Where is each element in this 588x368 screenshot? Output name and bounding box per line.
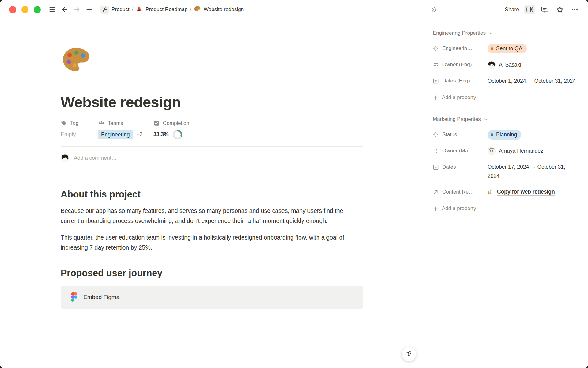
hook-emoji-icon [488,189,494,195]
people-icon [433,62,439,68]
close-window-button[interactable] [9,6,16,13]
relation-link[interactable]: Copy for web redesign [488,189,555,196]
completion-property-value[interactable]: 33.3% [153,130,363,140]
zoom-window-button[interactable] [34,6,41,13]
property-key[interactable]: Owner (Ma… [433,146,488,156]
collapse-sidebar-icon[interactable] [429,5,439,14]
page-icon-palette[interactable] [61,44,91,75]
property-key[interactable]: Owner (Eng) [433,60,488,70]
property-row-dates: Dates October 17, 2024 → October 31, 202… [433,162,580,181]
main-area: Product / Product Roadmap / Website rede… [0,0,423,368]
teams-pill[interactable]: Engineering [98,130,133,139]
teams-extra-count[interactable]: +2 [136,131,142,138]
plus-icon [433,95,439,101]
calendar-icon [433,164,439,170]
comment-placeholder: Add a comment… [74,155,117,161]
about-paragraph: This quarter, the user education team is… [61,232,363,253]
calendar-icon [433,78,439,84]
chevron-down-icon [488,30,493,36]
sidebar-topbar: Share [423,0,588,19]
property-value[interactable]: Ai Sasaki [488,60,580,70]
completion-percent: 33.3% [153,131,169,138]
property-value[interactable]: Amaya Hernandez [488,146,580,156]
page-title[interactable]: Website redesign [61,93,363,111]
property-value[interactable]: October 17, 2024 → October 31, 2024 [488,162,580,181]
ellipsis-icon [571,6,579,13]
minimize-window-button[interactable] [21,6,28,13]
chevron-down-icon [483,117,488,122]
sidebar-body: Engineering Properties Engineerin… Sent … [423,19,588,214]
section-engineering-properties[interactable]: Engineering Properties [433,29,580,37]
status-dot [491,133,493,136]
add-property-button[interactable]: Add a property [433,203,580,214]
page-content: Website redesign Tag Teams Completion Em… [61,0,363,309]
property-key[interactable]: Dates [433,162,488,172]
teams-icon [98,120,105,127]
status-dot [491,47,493,50]
property-row-owner-eng: Owner (Eng) Ai Sasaki [433,60,580,70]
status-burst-icon [433,132,439,138]
tag-property-label[interactable]: Tag [61,119,98,127]
property-row-owner-marketing: Owner (Ma… Amaya Hernandez [433,146,580,156]
tag-icon [61,120,67,126]
user-avatar [61,154,69,162]
traffic-lights [9,6,41,13]
completion-property-label[interactable]: Completion [153,119,363,127]
marketing-rows: Status Planning Owner (Ma… [433,130,580,214]
property-key[interactable]: Status [433,130,488,140]
section-heading-about: About this project [61,189,363,200]
chart-icon [153,120,160,126]
sidebar-menu-icon[interactable] [48,6,56,13]
status-pill-planning[interactable]: Planning [488,130,521,140]
property-row-dates-eng: Dates (Eng) October 1, 2024 → October 31… [433,76,580,86]
teams-property-value[interactable]: Engineering +2 [98,130,153,140]
comment-bubble-icon [541,6,549,13]
property-row-status: Status Planning [433,130,580,140]
comments-button[interactable] [539,5,550,14]
toggle-side-peek-button[interactable] [524,5,535,14]
more-options-button[interactable] [569,5,580,14]
star-icon [556,6,564,13]
property-value[interactable]: Copy for web redesign [488,187,580,197]
property-key[interactable]: Content Re… [433,187,488,197]
arrow-up-right-icon [433,189,439,195]
about-paragraph: Because our app has so many features, an… [61,206,363,226]
avatar-amaya-hernandez [488,147,496,155]
tag-property-value[interactable]: Empty [61,130,98,140]
completion-ring [173,130,182,139]
engineering-rows: Engineerin… Sent to QA Owner (Eng) [433,44,580,103]
embed-label: Embed Figma [83,294,119,301]
property-row-content-relation: Content Re… Copy for web redesign [433,187,580,197]
teams-property-label[interactable]: Teams [98,119,153,127]
property-key[interactable]: Engineerin… [433,44,488,53]
side-peek-icon [526,6,534,13]
comment-input[interactable]: Add a comment… [61,146,363,170]
add-property-button[interactable]: Add a property [433,92,580,103]
property-value[interactable]: October 1, 2024 → October 31, 2024 [488,76,580,86]
ai-face-icon [405,350,413,358]
property-key[interactable]: Dates (Eng) [433,76,488,86]
status-burst-icon [433,45,439,52]
share-button[interactable]: Share [505,6,519,13]
section-heading-journey: Proposed user journey [61,268,363,278]
plus-icon [433,206,439,212]
favorite-button[interactable] [554,5,565,14]
app-window: Product / Product Roadmap / Website rede… [0,0,588,368]
avatar-ai-sasaki [488,61,496,69]
page-properties: Tag Teams Completion Empty Engineering +… [61,119,363,140]
status-pill-sent-to-qa[interactable]: Sent to QA [488,44,527,53]
figma-embed-placeholder[interactable]: Embed Figma [61,286,363,309]
property-value[interactable]: Planning [488,130,580,140]
section-marketing-properties[interactable]: Marketing Properties [433,116,580,123]
page-details-sidebar: Share Engineering Properties [423,0,588,368]
figma-logo-icon [71,292,77,302]
property-value[interactable]: Sent to QA [488,44,580,53]
section-gap [433,103,580,116]
notion-ai-button[interactable] [401,347,417,362]
sidebar-actions: Share [505,5,580,14]
property-row-engineering-status: Engineerin… Sent to QA [433,44,580,53]
drag-handle-icon [433,148,439,154]
